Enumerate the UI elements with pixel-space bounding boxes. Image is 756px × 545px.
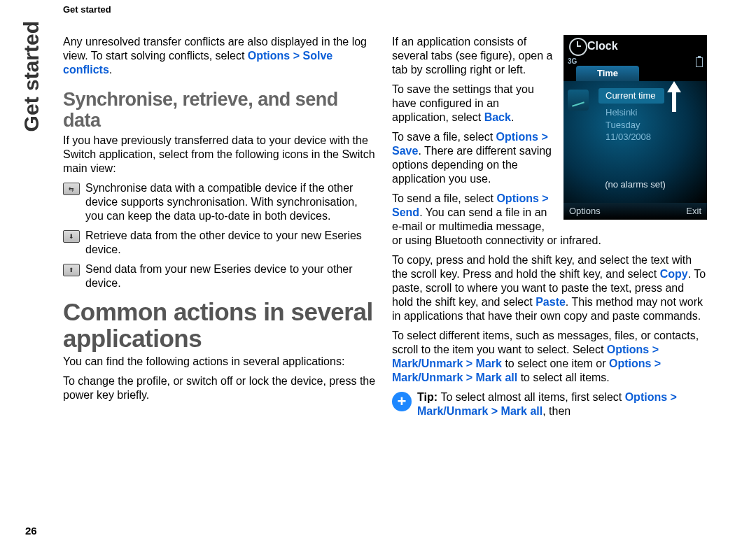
copy-paste-paragraph: To copy, press and hold the shift key, a… xyxy=(392,253,707,323)
common-actions-intro: You can find the following actions in se… xyxy=(63,355,378,369)
switch-icon-retrieve: ⬇ Retrieve data from the other device to… xyxy=(63,229,378,257)
phone-app-title: Clock xyxy=(587,39,618,53)
softkey-exit: Exit xyxy=(686,206,701,217)
retrieve-icon: ⬇ xyxy=(63,230,80,243)
copy-command: Copy xyxy=(660,268,688,280)
clock-icon xyxy=(569,38,587,56)
conflicts-paragraph: Any unresolved transfer conflicts are al… xyxy=(63,35,378,77)
right-column: Clock 3G Time Current time Helsinki Tues… xyxy=(392,35,707,418)
tip-block: + Tip: To select almost all items, first… xyxy=(392,390,707,418)
switch-icon-send: ⬆ Send data from your new Eseries device… xyxy=(63,262,378,290)
up-arrow-icon xyxy=(667,81,681,92)
battery-icon xyxy=(696,57,703,67)
select-items-paragraph: To select different items, such as messa… xyxy=(392,329,707,385)
send-icon: ⬆ xyxy=(63,264,80,276)
no-alarms-label: (no alarms set) xyxy=(564,179,707,190)
paste-command: Paste xyxy=(536,296,566,308)
network-indicator: 3G xyxy=(568,57,577,67)
sync-intro: If you have previously transferred data … xyxy=(63,134,378,176)
phone-info-block: Helsinki Tuesday 11/03/2008 xyxy=(606,106,651,143)
phone-screenshot: Clock 3G Time Current time Helsinki Tues… xyxy=(564,35,707,220)
tip-label: Tip: xyxy=(417,391,440,403)
power-key-paragraph: To change the profile, or switch off or … xyxy=(63,374,378,402)
running-head: Get started xyxy=(63,4,111,15)
current-time-pill: Current time xyxy=(598,88,664,104)
phone-tab-time: Time xyxy=(576,66,639,81)
side-tab-label: Get started xyxy=(20,21,43,132)
sync-heading: Synchronise, retrieve, and send data xyxy=(63,90,378,131)
common-actions-heading: Common actions in several applications xyxy=(63,299,378,352)
sync-icon: ⇆ xyxy=(63,183,80,195)
back-command: Back xyxy=(484,111,511,123)
softkey-options: Options xyxy=(569,206,601,217)
manual-page: Get started Get started 26 Any unresolve… xyxy=(0,0,756,545)
tip-icon: + xyxy=(392,392,412,411)
switch-icon-sync: ⇆ Synchronise data with a compatible dev… xyxy=(63,181,378,223)
page-number: 26 xyxy=(25,525,37,537)
phone-secondary-tab xyxy=(568,90,589,111)
left-column: Any unresolved transfer conflicts are al… xyxy=(63,35,378,418)
